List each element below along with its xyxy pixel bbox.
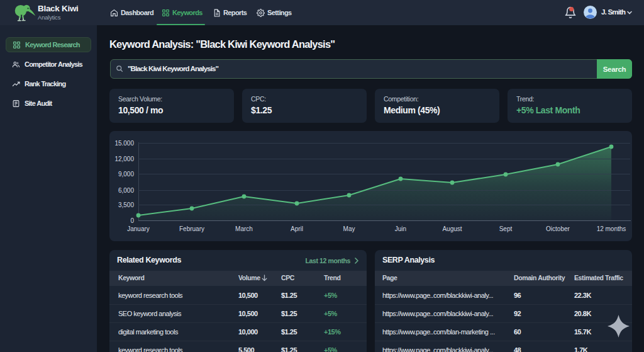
svg-text:January: January xyxy=(127,225,150,232)
svg-text:Juin: Juin xyxy=(395,225,406,232)
svg-text:9,000: 9,000 xyxy=(118,171,134,178)
svg-text:March: March xyxy=(235,225,253,232)
svg-text:Oictober: Oictober xyxy=(546,225,570,232)
svg-text:May: May xyxy=(343,225,355,232)
svg-text:April: April xyxy=(291,225,303,232)
svg-text:August: August xyxy=(442,225,462,232)
svg-text:Sept: Sept xyxy=(499,225,513,232)
svg-text:12 months: 12 months xyxy=(597,225,626,232)
svg-text:3,500: 3,500 xyxy=(118,202,134,208)
svg-text:12,000: 12,000 xyxy=(114,156,134,162)
svg-text:6,000: 6,000 xyxy=(118,187,134,194)
svg-text:0: 0 xyxy=(130,217,134,224)
svg-text:15.000: 15.000 xyxy=(114,140,134,147)
svg-text:February: February xyxy=(179,225,204,232)
